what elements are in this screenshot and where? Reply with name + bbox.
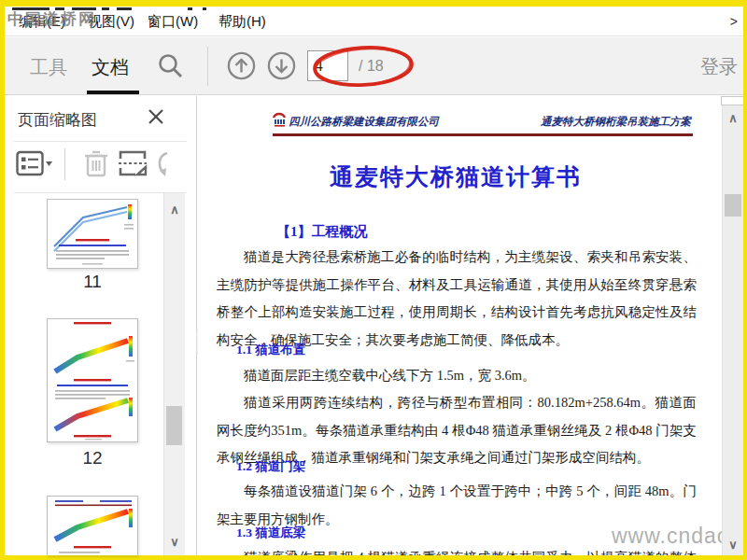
- scroll-up-icon[interactable]: ∧: [164, 203, 185, 217]
- tab-tools[interactable]: 工具: [30, 55, 67, 80]
- menu-help[interactable]: 帮助(H): [218, 13, 266, 31]
- doc-section11-heading: 1.1 猫道布置: [236, 342, 305, 358]
- page-total-label: / 18: [359, 58, 384, 75]
- thumbnail-page-13[interactable]: [47, 496, 138, 555]
- sidebar-scrollbar-thumb[interactable]: [166, 406, 182, 445]
- scroll-up-icon[interactable]: ∧: [723, 111, 743, 126]
- menu-window[interactable]: 窗口(W): [148, 13, 198, 31]
- thumbnail-label: 11: [47, 272, 138, 292]
- doc-section13-heading: 1.3 猫道底梁: [236, 525, 305, 541]
- scroll-down-icon[interactable]: ∨: [164, 535, 185, 550]
- menu-bar: 中国道桥网 编辑(E) 视图(V) 窗口(W) 帮助(H) >: [5, 7, 743, 36]
- doc-header-project: 通麦特大桥钢桁梁吊装施工方案: [541, 115, 691, 129]
- login-link[interactable]: 登录: [700, 54, 738, 79]
- sidebar-scrollbar[interactable]: [163, 193, 185, 555]
- close-icon[interactable]: [147, 107, 165, 126]
- thumbnail-page-12[interactable]: [47, 318, 138, 442]
- document-scrollbar-thumb[interactable]: [725, 194, 741, 217]
- pdf-reader-window: 中国道桥网 编辑(E) 视图(V) 窗口(W) 帮助(H) > 工具 文档 / …: [0, 0, 747, 560]
- doc-section11-paragraph1: 猫道面层距主缆空载中心线下方 1.5m，宽 3.6m。: [217, 362, 697, 390]
- document-scrollbar[interactable]: [722, 96, 743, 555]
- doc-section1-paragraph: 猫道是大跨径悬索桥施工必备的临时结构，为主缆架设、索夹和吊索安装、主缆防护等提供…: [217, 244, 697, 354]
- rotate-icon[interactable]: [152, 150, 173, 178]
- menu-overflow-chevron[interactable]: >: [730, 14, 738, 29]
- split-pages-icon[interactable]: [117, 148, 148, 178]
- page-number-input[interactable]: [307, 50, 348, 81]
- previous-page-button[interactable]: [227, 51, 256, 80]
- company-logo: [272, 111, 287, 127]
- divider: [14, 192, 187, 193]
- panel-title: 页面缩略图: [18, 109, 97, 131]
- toolbar-separator: [207, 47, 208, 86]
- doc-section1-heading: 【1】工程概况: [276, 223, 368, 241]
- scroll-down-icon[interactable]: ∨: [723, 538, 743, 553]
- doc-header-company: 四川公路桥梁建设集团有限公司: [289, 115, 439, 129]
- active-tab-underline: [87, 91, 139, 94]
- thumbnails-panel: 页面缩略图: [5, 96, 197, 555]
- trash-icon[interactable]: [83, 148, 109, 178]
- doc-title: 通麦特大桥猫道计算书: [217, 161, 695, 192]
- thumbnail-label: 12: [47, 448, 138, 469]
- thumbnail-page-11[interactable]: [47, 199, 138, 269]
- document-view: 四川公路桥梁建设集团有限公司 通麦特大桥钢桁梁吊装施工方案 通麦特大桥猫道计算书…: [198, 96, 743, 555]
- view-options-icon[interactable]: [16, 149, 53, 177]
- site-watermark-top: 中国道桥网: [7, 8, 96, 30]
- tab-document[interactable]: 文档: [92, 55, 129, 80]
- panel-toolbar-separator: [64, 148, 65, 180]
- doc-section12-heading: 1.2 猫道门架: [236, 458, 305, 475]
- doc-header-rule: [273, 133, 693, 136]
- next-page-button[interactable]: [267, 51, 296, 80]
- toolbar: 工具 文档 / 18 登录: [5, 37, 743, 95]
- scrollbar-cap: [721, 96, 743, 105]
- search-icon[interactable]: [156, 51, 186, 81]
- divider: [14, 141, 187, 142]
